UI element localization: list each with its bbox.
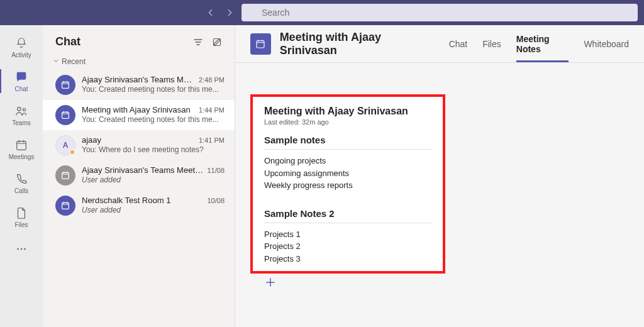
chat-item-time: 11/08 — [207, 167, 225, 174]
content-tabs: ChatFilesMeeting NotesWhiteboard — [449, 25, 629, 62]
chat-list: Ajaay Srinivasan's Teams Mee...2:48 PMYo… — [43, 70, 235, 327]
presence-away-icon — [69, 149, 75, 155]
notes-line[interactable]: Weekly progress reports — [264, 179, 431, 192]
titlebar — [0, 0, 644, 25]
chat-item-preview: User added — [82, 206, 225, 214]
notes-line[interactable]: Ongoing projects — [264, 155, 431, 167]
svg-point-5 — [21, 248, 23, 250]
chat-item-name: Nerdschalk Test Room 1 — [82, 196, 203, 205]
tab-chat[interactable]: Chat — [449, 25, 468, 62]
rail-activity[interactable]: Activity — [0, 31, 43, 63]
bell-icon — [14, 36, 28, 50]
chat-item-preview: You: Where do I see meeting notes? — [82, 145, 225, 154]
svg-rect-3 — [17, 141, 26, 150]
chat-item[interactable]: Ajaay Srinivasan's Teams Meeting11/08Use… — [43, 160, 235, 191]
tab-files[interactable]: Files — [482, 25, 501, 62]
nav-forward-button[interactable] — [225, 8, 234, 17]
content-header: Meeting with Ajaay Srinivasan ChatFilesM… — [235, 25, 644, 63]
nav-back-button[interactable] — [206, 8, 215, 17]
chat-item-time: 1:44 PM — [199, 106, 225, 114]
tab-whiteboard[interactable]: Whiteboard — [584, 25, 629, 62]
rail-meetings[interactable]: Meetings — [0, 133, 43, 165]
chat-item-name: ajaay — [82, 135, 195, 145]
chat-item-time: 2:48 PM — [199, 76, 225, 84]
rail-label: Meetings — [9, 153, 35, 160]
notes-line[interactable]: Projects 2 — [264, 240, 431, 253]
chat-item[interactable]: Aajaay1:41 PMYou: Where do I see meeting… — [43, 130, 235, 160]
calendar-avatar-icon — [55, 196, 75, 216]
chat-item-time: 1:41 PM — [199, 136, 225, 144]
chat-icon — [14, 70, 28, 84]
svg-rect-11 — [62, 202, 69, 209]
rail-teams[interactable]: Teams — [0, 99, 43, 131]
file-icon — [14, 206, 28, 220]
chat-item-preview: User added — [82, 175, 225, 184]
chat-item-preview: You: Created meeting notes for this me..… — [82, 85, 225, 94]
calendar-avatar-icon — [55, 105, 75, 125]
search-input[interactable] — [242, 4, 638, 21]
notes-line[interactable]: Projects 1 — [264, 228, 431, 241]
rail-label: Files — [14, 221, 28, 228]
svg-point-2 — [23, 108, 26, 111]
svg-rect-12 — [257, 40, 264, 47]
rail-label: Teams — [12, 119, 30, 126]
compose-button[interactable] — [212, 37, 222, 47]
svg-point-1 — [18, 107, 21, 111]
chat-item-name: Ajaay Srinivasan's Teams Mee... — [82, 75, 195, 84]
svg-rect-10 — [62, 172, 69, 179]
content-title: Meeting with Ajaay Srinivasan — [280, 31, 435, 57]
meeting-icon — [250, 33, 271, 55]
rail-label: Chat — [14, 86, 28, 92]
rail-calls[interactable]: Calls — [0, 167, 43, 199]
chat-item[interactable]: Meeting with Ajaay Srinivasan1:44 PMYou:… — [43, 100, 235, 130]
content-area: Meeting with Ajaay Srinivasan ChatFilesM… — [235, 25, 644, 327]
add-section-button[interactable] — [265, 277, 275, 287]
svg-rect-8 — [62, 82, 69, 88]
chat-panel: Chat Recent Ajaay Srinivasan's Teams Mee… — [43, 25, 235, 327]
rail-chat[interactable]: Chat — [0, 65, 43, 97]
chat-item-name: Ajaay Srinivasan's Teams Meeting — [82, 165, 203, 175]
notes-section-heading[interactable]: Sample Notes 2 — [264, 208, 431, 223]
chat-panel-title: Chat — [55, 35, 80, 48]
notes-title[interactable]: Meeting with Ajaay Srinivasan — [264, 106, 431, 117]
chevron-down-icon — [53, 57, 59, 66]
rail-label: Activity — [11, 52, 31, 58]
notes-section-heading[interactable]: Sample notes — [264, 135, 431, 150]
app-rail: Activity Chat Teams Meetings Calls Files — [0, 25, 43, 327]
calendar-avatar-icon — [55, 165, 75, 186]
notes-line[interactable]: Projects 3 — [264, 253, 431, 265]
user-avatar: A — [55, 135, 75, 155]
rail-files[interactable]: Files — [0, 201, 43, 233]
chat-item-time: 10/08 — [207, 197, 225, 204]
nav-arrows — [206, 8, 234, 17]
meeting-notes-card: Meeting with Ajaay Srinivasan Last edite… — [250, 94, 445, 274]
chat-item-name: Meeting with Ajaay Srinivasan — [82, 105, 195, 114]
phone-icon — [14, 172, 28, 186]
calendar-avatar-icon — [55, 75, 75, 95]
svg-rect-9 — [62, 112, 69, 118]
svg-point-6 — [24, 248, 26, 250]
calendar-icon — [14, 138, 28, 152]
filter-button[interactable] — [193, 37, 203, 47]
svg-point-4 — [17, 248, 19, 250]
notes-last-edited: Last edited: 32m ago — [264, 118, 431, 126]
tab-meeting-notes[interactable]: Meeting Notes — [516, 25, 569, 62]
chat-item[interactable]: Nerdschalk Test Room 110/08User added — [43, 191, 235, 221]
rail-label: Calls — [14, 187, 28, 194]
teams-icon — [14, 104, 28, 118]
notes-line[interactable]: Upcoming assignments — [264, 167, 431, 180]
section-recent[interactable]: Recent — [43, 55, 235, 70]
chat-item[interactable]: Ajaay Srinivasan's Teams Mee...2:48 PMYo… — [43, 70, 235, 100]
rail-more-button[interactable] — [14, 236, 28, 262]
section-label-text: Recent — [62, 57, 86, 66]
chat-item-preview: You: Created meeting notes for this me..… — [82, 115, 225, 124]
